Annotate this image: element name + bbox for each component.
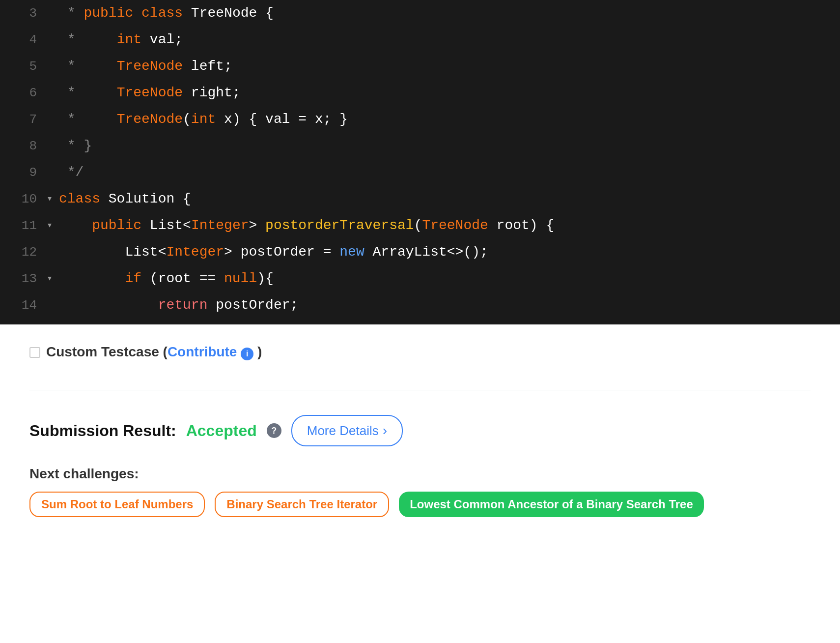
- code-line: 7 * TreeNode(int x) { val = x; }: [0, 106, 840, 133]
- code-content: * TreeNode left;: [59, 53, 830, 80]
- line-number: 3: [10, 0, 37, 27]
- line-number: 9: [10, 159, 37, 186]
- line-number: 13: [10, 265, 37, 292]
- challenge-tag-2[interactable]: Lowest Common Ancestor of a Binary Searc…: [399, 492, 704, 517]
- custom-testcase-label: Custom Testcase (Contribute i ): [46, 344, 262, 360]
- code-content: * }: [59, 133, 830, 159]
- code-line: 15 }: [0, 319, 840, 324]
- line-number: 6: [10, 80, 37, 106]
- question-icon[interactable]: ?: [267, 423, 281, 438]
- code-line: 6 * TreeNode right;: [0, 80, 840, 106]
- contribute-link[interactable]: Contribute: [168, 344, 237, 359]
- code-content: * int val;: [59, 27, 830, 53]
- next-challenges-label: Next challenges:: [29, 466, 139, 482]
- code-content: public List<Integer> postorderTraversal(…: [59, 212, 830, 239]
- challenge-tag-0[interactable]: Sum Root to Leaf Numbers: [29, 492, 205, 517]
- info-icon[interactable]: i: [241, 348, 253, 360]
- code-content: * TreeNode(int x) { val = x; }: [59, 106, 830, 133]
- custom-testcase-checkbox[interactable]: [29, 347, 40, 358]
- code-line: 11▾ public List<Integer> postorderTraver…: [0, 212, 840, 239]
- line-arrow: ▾: [47, 212, 56, 239]
- line-number: 14: [10, 292, 37, 319]
- line-number: 10: [10, 186, 37, 212]
- divider: [29, 390, 811, 390]
- code-line: 8 * }: [0, 133, 840, 159]
- line-number: 11: [10, 212, 37, 239]
- code-content: * public class TreeNode {: [59, 0, 830, 27]
- line-number: 4: [10, 27, 37, 53]
- code-content: class Solution {: [59, 186, 830, 212]
- line-number: 5: [10, 53, 37, 80]
- line-arrow: ▾: [47, 186, 56, 212]
- line-number: 7: [10, 106, 37, 133]
- code-line: 9 */: [0, 159, 840, 186]
- code-line: 12 List<Integer> postOrder = new ArrayLi…: [0, 239, 840, 265]
- code-line: 5 * TreeNode left;: [0, 53, 840, 80]
- line-number: 8: [10, 133, 37, 159]
- code-line: 13▾ if (root == null){: [0, 265, 840, 292]
- code-line: 14 return postOrder;: [0, 292, 840, 319]
- code-content: */: [59, 159, 830, 186]
- more-details-button[interactable]: More Details ›: [291, 415, 403, 446]
- code-content: List<Integer> postOrder = new ArrayList<…: [59, 239, 830, 265]
- challenge-tag-1[interactable]: Binary Search Tree Iterator: [215, 492, 389, 517]
- code-line: 4 * int val;: [0, 27, 840, 53]
- code-content: return postOrder;: [59, 292, 830, 319]
- accepted-status: Accepted: [186, 422, 257, 440]
- code-line: 10▾class Solution {: [0, 186, 840, 212]
- submission-label: Submission Result:: [29, 422, 176, 440]
- code-content: }: [59, 319, 830, 324]
- code-line: 3 * public class TreeNode {: [0, 0, 840, 27]
- line-number: 12: [10, 239, 37, 265]
- code-editor: 3 * public class TreeNode {4 * int val;5…: [0, 0, 840, 324]
- code-content: * TreeNode right;: [59, 80, 830, 106]
- line-arrow: ▾: [47, 265, 56, 292]
- next-challenges-row: Next challenges: Sum Root to Leaf Number…: [29, 466, 811, 517]
- code-content: if (root == null){: [59, 265, 830, 292]
- line-number: 15: [10, 319, 37, 324]
